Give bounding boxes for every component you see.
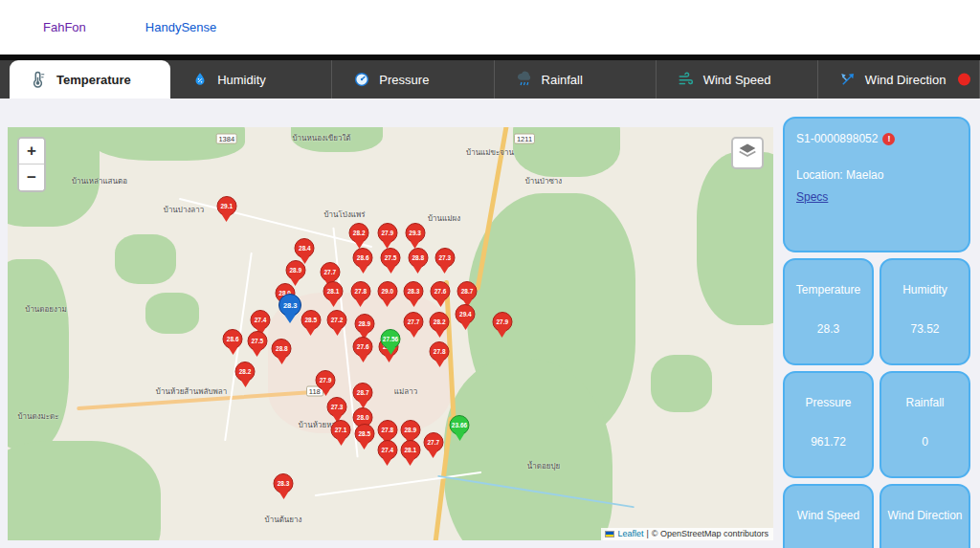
map-marker-red[interactable]: 27.5 (381, 248, 401, 274)
map-marker-green[interactable]: 27.56 (381, 329, 401, 355)
map-marker-red[interactable]: 27.1 (331, 420, 351, 446)
map-marker-red[interactable]: 28.7 (353, 383, 373, 408)
tab-wind-speed[interactable]: Wind Speed (657, 60, 818, 99)
map-marker-red[interactable]: 27.5 (247, 331, 267, 357)
marker-value: 28.8 (412, 254, 424, 261)
map-place-label: บ้านดงมะดะ (17, 410, 58, 423)
map-marker-red[interactable]: 29.1 (216, 196, 236, 222)
map-marker-red[interactable]: 27.3 (434, 248, 455, 274)
leaflet-link[interactable]: Leaflet (617, 529, 643, 538)
map-marker-red[interactable]: 28.2 (235, 362, 256, 387)
marker-value: 27.9 (496, 318, 508, 325)
metric-card-rainfall[interactable]: Rainfall 0 (880, 371, 970, 478)
marker-value: 27.7 (427, 439, 439, 446)
marker-value: 27.5 (385, 254, 397, 261)
top-header: FahFon HandySense (0, 0, 980, 55)
map-layers-button[interactable] (731, 137, 764, 169)
osm-attribution[interactable]: © OpenStreetMap contributors (652, 529, 768, 538)
map-zoom-control: + − (17, 137, 46, 192)
metric-value: 961.72 (811, 435, 846, 449)
metric-card-wind-speed[interactable]: Wind Speed 0 (783, 484, 874, 548)
main-content: 1384 1211 118 บ้านหนองเขียวใต้บ้านแม่ขะจ… (0, 99, 980, 548)
map-marker-red[interactable]: 28.2 (430, 312, 450, 338)
metric-card-humidity[interactable]: Humidity 73.52 (880, 258, 970, 365)
map-marker-red[interactable]: 27.6 (353, 337, 373, 362)
map-marker-red[interactable]: 28.8 (272, 339, 292, 364)
metric-label: Humidity (902, 283, 947, 296)
map-marker-red[interactable]: 28.1 (400, 440, 420, 466)
tab-label: Humidity (217, 73, 266, 87)
recording-status-dot (958, 74, 970, 86)
marker-value: 27.9 (381, 230, 393, 236)
marker-value: 27.5 (251, 338, 263, 344)
layers-icon (738, 142, 757, 164)
compass-arrow-icon (839, 71, 857, 88)
zoom-in-button[interactable]: + (19, 139, 44, 164)
map-marker-red[interactable]: 27.7 (423, 432, 443, 458)
alert-icon: ! (882, 133, 895, 145)
map-marker-red[interactable]: 28.3 (274, 473, 294, 499)
map-marker-red[interactable]: 27.9 (316, 370, 336, 396)
map-marker-red[interactable]: 28.2 (349, 223, 369, 249)
marker-value: 29.3 (409, 230, 421, 236)
marker-value: 28.3 (278, 480, 290, 487)
map-road (179, 198, 372, 248)
tab-wind-direction[interactable]: Wind Direction (818, 60, 980, 99)
thermometer-icon (31, 71, 48, 88)
fahfon-link[interactable]: FahFon (43, 20, 86, 34)
map-container[interactable]: 1384 1211 118 บ้านหนองเขียวใต้บ้านแม่ขะจ… (8, 127, 773, 540)
map-marker-red[interactable]: 29.0 (377, 281, 397, 307)
marker-value: 28.2 (353, 230, 366, 236)
map-marker-red[interactable]: 28.3 (404, 281, 424, 307)
map-marker-red[interactable]: 27.4 (377, 440, 397, 466)
handysense-link[interactable]: HandySense (145, 20, 216, 34)
marker-value: 27.2 (331, 317, 344, 323)
map-marker-red[interactable]: 29.4 (456, 304, 476, 330)
specs-link[interactable]: Specs (796, 190, 828, 204)
map-marker-red[interactable]: 27.9 (377, 223, 397, 249)
tab-temperature[interactable]: Temperature (10, 60, 170, 99)
metric-value: 73.52 (910, 322, 939, 336)
tab-label: Rainfall (542, 73, 583, 87)
map-marker-red[interactable]: 28.5 (301, 310, 321, 336)
map-marker-red[interactable]: 27.2 (327, 310, 347, 336)
zoom-out-button[interactable]: − (19, 164, 44, 190)
metric-card-wind-direction[interactable]: Wind Direction 63 (880, 484, 970, 548)
metric-label: Wind Direction (887, 509, 962, 522)
marker-value: 28.7 (357, 389, 369, 396)
marker-value: 28.6 (357, 254, 369, 261)
map-marker-selected[interactable]: 28.3 (278, 294, 301, 323)
map-marker-red[interactable]: 28.5 (354, 424, 374, 449)
map-marker-red[interactable]: 27.8 (350, 281, 370, 307)
tab-rainfall[interactable]: Rainfall (495, 60, 657, 99)
map-marker-red[interactable]: 29.3 (405, 223, 425, 249)
map-marker-red[interactable]: 28.8 (408, 248, 428, 274)
metric-value: 0 (922, 435, 928, 449)
metric-card-pressure[interactable]: Pressure 961.72 (783, 371, 874, 478)
tab-humidity[interactable]: Humidity (170, 60, 332, 99)
marker-value: 28.5 (358, 430, 370, 437)
marker-value: 27.8 (434, 348, 446, 355)
map-marker-red[interactable]: 27.6 (431, 281, 451, 307)
station-id: S1-0000898052 (796, 132, 878, 145)
map-place-label: บ้านเหล่าแสนตอ (72, 175, 127, 187)
map-marker-red[interactable]: 28.6 (353, 248, 373, 274)
marker-value: 28.3 (283, 301, 298, 310)
marker-value: 27.7 (408, 318, 420, 325)
map-forest-area (697, 152, 773, 325)
metric-card-temperature[interactable]: Temperature 28.3 (783, 258, 874, 365)
map-marker-red[interactable]: 28.1 (323, 281, 344, 307)
map-marker-red[interactable]: 27.9 (492, 312, 512, 338)
marker-value: 29.0 (381, 288, 393, 295)
marker-value: 28.0 (357, 414, 369, 421)
map-marker-red[interactable]: 28.6 (223, 329, 243, 355)
map-marker-green[interactable]: 23.66 (450, 415, 470, 441)
marker-value: 27.6 (434, 288, 447, 295)
map-marker-red[interactable]: 27.7 (404, 312, 424, 338)
marker-value: 29.4 (459, 311, 472, 318)
tab-pressure[interactable]: Pressure (332, 60, 494, 99)
map-marker-red[interactable]: 27.8 (430, 341, 450, 367)
map-place-label: บ้านโป่งแพร่ (323, 208, 365, 220)
sensor-tab-bar: Temperature Humidity Pressure Rainfall W… (0, 55, 980, 99)
map-place-label: บ้านแม่ผง (428, 212, 460, 225)
